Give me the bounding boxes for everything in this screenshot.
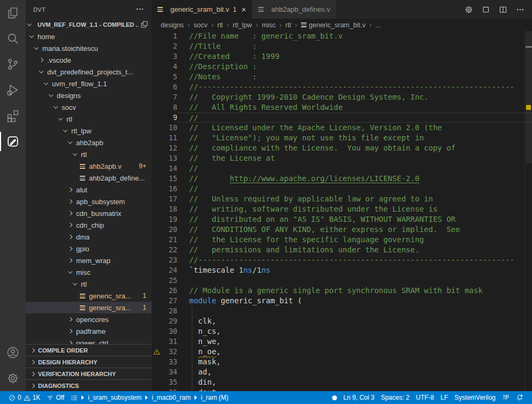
code-line[interactable]: 25	[152, 275, 532, 286]
breadcrumb-item[interactable]: rtl	[217, 21, 222, 29]
code-line[interactable]: 11// "License"); you may not use this fi…	[152, 133, 532, 143]
code-line[interactable]: 10// Licensed under the Apache License, …	[152, 123, 532, 133]
code-line[interactable]: 30 n_cs,	[152, 326, 532, 336]
tree-folder-item[interactable]: apb_subsystem	[26, 196, 152, 207]
code-line[interactable]: 31 n_we,	[152, 336, 532, 347]
settings-gear-icon[interactable]	[0, 365, 26, 391]
code-line[interactable]: 28	[152, 306, 532, 316]
code-line[interactable]: 27module generic_sram_bit (	[152, 296, 532, 306]
tree-folder-item[interactable]: dma	[26, 231, 152, 243]
code-line[interactable]: 33 mask,	[152, 357, 532, 367]
tree-folder-item[interactable]: rtl_lpw	[26, 125, 152, 137]
code-line[interactable]: 6//-------------------------------------…	[152, 82, 532, 92]
status-dot[interactable]	[329, 395, 340, 400]
breadcrumb-item[interactable]: designs	[161, 21, 184, 29]
breadcrumb-item[interactable]: rtl_lpw	[233, 21, 252, 29]
layout-icon[interactable]	[482, 5, 490, 14]
encoding[interactable]: UTF-8	[413, 394, 437, 401]
scrollbar[interactable]	[524, 31, 532, 391]
source-control-icon[interactable]	[0, 51, 26, 77]
panel-header-verification-hierarchy[interactable]: VERIFICATION HIERARCHY	[26, 368, 152, 379]
code-line[interactable]: 21// the License for the specific langua…	[152, 235, 532, 245]
code-line[interactable]: 23//------------------------------------…	[152, 255, 532, 265]
extensions-icon[interactable]	[0, 103, 26, 129]
tab-generic_sram_bit.v[interactable]: generic_sram_bit.v1×	[152, 0, 252, 19]
tree-folder-item[interactable]: opencores	[26, 313, 152, 325]
panel-header-design-hierarchy[interactable]: DESIGN HIERARCHY	[26, 356, 152, 368]
code-line[interactable]: 29 clk,	[152, 316, 532, 326]
code-line[interactable]: 36 dout	[152, 387, 532, 391]
tree-file-item[interactable]: generic_sra...1	[26, 302, 152, 313]
tree-folder-item[interactable]: power_ctrl	[26, 337, 152, 344]
tree-folder-item[interactable]: mem_wrap	[26, 255, 152, 266]
run-debug-icon[interactable]	[0, 77, 26, 103]
tree-file-item[interactable]: ahb2apb.v9+	[26, 160, 152, 172]
design-hierarchy-status[interactable]: i_sram_subsystemi_macb0_rami_ram (M)	[68, 391, 231, 404]
code-line[interactable]: 1//File name : generic_sram_bit.v	[152, 31, 532, 41]
panel-header-compile-order[interactable]: COMPILE ORDER	[26, 344, 152, 356]
tree-folder-item[interactable]: dvt_predefined_projects_t...	[26, 66, 152, 78]
language-mode[interactable]: SystemVerilog	[451, 394, 499, 401]
breadcrumb-item[interactable]: generic_sram_bit.v	[301, 21, 366, 29]
code-line[interactable]: 22// permissions and limitations under t…	[152, 245, 532, 255]
code-line[interactable]: 35 din,	[152, 377, 532, 387]
code-line[interactable]: 3//Created : 1999	[152, 51, 532, 62]
code-line[interactable]: 19// distributed on an "AS IS" BASIS, WI…	[152, 214, 532, 225]
code-line[interactable]: 17// Unless required by applicable law o…	[152, 194, 532, 204]
tree-folder-item[interactable]: alut	[26, 184, 152, 196]
tree-folder-item[interactable]: home	[26, 31, 152, 42]
tree-folder-item[interactable]: rtl	[26, 113, 152, 125]
code-line[interactable]: 16//	[152, 184, 532, 194]
tree-folder-item[interactable]: gpio	[26, 243, 152, 255]
close-icon[interactable]: ×	[242, 5, 246, 14]
tree-file-item[interactable]: generic_sra...1	[26, 290, 152, 302]
tree-folder-item[interactable]: padframe	[26, 325, 152, 337]
feedback-icon[interactable]	[499, 394, 513, 401]
code-line[interactable]: 2//Title :	[152, 41, 532, 51]
code-line[interactable]: 34 ad,	[152, 367, 532, 377]
more-actions-icon[interactable]	[516, 5, 524, 14]
tree-folder-item[interactable]: ahb2apb	[26, 137, 152, 148]
code-line[interactable]: 7// Copyright 1999-2010 Cadence Design S…	[152, 92, 532, 102]
split-editor-icon[interactable]	[499, 5, 507, 14]
code-line[interactable]: 8// All Rights Reserved Worldwide	[152, 102, 532, 113]
code-line[interactable]: 14//	[152, 163, 532, 174]
breadcrumb-item[interactable]: ...	[375, 21, 380, 29]
code-line[interactable]: 20// CONDITIONS OF ANY KIND, either expr…	[152, 225, 532, 235]
indentation[interactable]: Spaces: 2	[378, 394, 413, 401]
tree-folder-item[interactable]: misc	[26, 266, 152, 278]
code-line[interactable]: 32 n_oe,	[152, 347, 532, 357]
breadcrumb-item[interactable]: rtl	[286, 21, 291, 29]
code-line[interactable]: 12// compliance with the License. You ma…	[152, 143, 532, 153]
tree-file-item[interactable]: ahb2apb_define...	[26, 172, 152, 184]
filter-status[interactable]: Off	[43, 391, 68, 404]
breadcrumb-item[interactable]: misc	[262, 21, 276, 29]
tab-ahb2apb_defines.v[interactable]: ahb2apb_defines.v	[252, 0, 336, 19]
bell-icon[interactable]	[513, 394, 527, 401]
account-icon[interactable]	[0, 340, 26, 365]
tree-folder-item[interactable]: cdn_chip	[26, 219, 152, 231]
code-line[interactable]: 4//Description :	[152, 62, 532, 72]
tree-folder-item[interactable]: uvm_ref_flow_1.1	[26, 78, 152, 89]
tree-folder-item[interactable]: socv	[26, 101, 152, 113]
explorer-section-header[interactable]: UVM_REF_FLOW_1.1 - COMPILED ...	[26, 19, 152, 31]
tree-folder-item[interactable]: rtl	[26, 148, 152, 160]
tree-folder-item[interactable]: rtl	[26, 278, 152, 290]
code-line[interactable]: 18// writing, software distributed under…	[152, 204, 532, 214]
code-line[interactable]: 5//Notes :	[152, 72, 532, 82]
search-icon[interactable]	[0, 26, 26, 51]
tree-folder-item[interactable]: cdn_busmatrix	[26, 207, 152, 219]
scrollbar-slider[interactable]	[526, 31, 532, 163]
tree-folder-item[interactable]: maria.stoichitescu	[26, 42, 152, 54]
open-editors-icon[interactable]	[140, 20, 148, 29]
code-line[interactable]: 15// http://www.apache.org/licenses/LICE…	[152, 174, 532, 184]
eol[interactable]: LF	[437, 394, 451, 401]
tree-folder-item[interactable]: .vscode	[26, 54, 152, 66]
breadcrumb-item[interactable]: socv	[193, 21, 207, 29]
problems-status[interactable]: 01K	[5, 391, 43, 404]
tree-folder-item[interactable]: designs	[26, 89, 152, 101]
code-editor[interactable]: 1//File name : generic_sram_bit.v2//Titl…	[152, 31, 532, 391]
sidebar-more-actions-icon[interactable]	[136, 5, 144, 14]
code-line[interactable]: 13// the License at	[152, 153, 532, 163]
code-line[interactable]: 24`timescale 1ns/1ns	[152, 265, 532, 275]
